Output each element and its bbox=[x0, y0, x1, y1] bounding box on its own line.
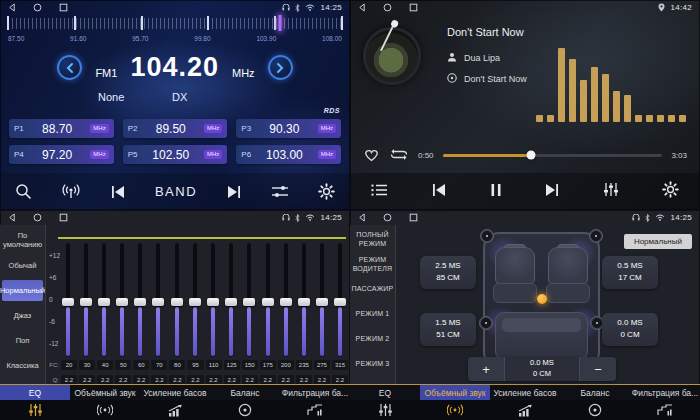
gear-icon[interactable] bbox=[318, 183, 335, 200]
filter-icon[interactable] bbox=[280, 400, 350, 420]
bass-boost-icon[interactable] bbox=[490, 400, 560, 420]
eq-band-slider[interactable] bbox=[61, 243, 74, 357]
slider-handle[interactable] bbox=[189, 298, 201, 306]
eq-preset-2[interactable]: Обычай bbox=[2, 255, 43, 276]
delay-rear-right[interactable]: 0.0 MS 0 CM bbox=[602, 313, 658, 346]
slider-handle[interactable] bbox=[62, 298, 74, 306]
slider-handle[interactable] bbox=[152, 298, 164, 306]
eq-sliders-icon[interactable] bbox=[350, 400, 420, 420]
listening-position-dot[interactable] bbox=[537, 294, 547, 304]
listening-mode-3[interactable]: ПАССАЖИР bbox=[352, 279, 393, 300]
search-icon[interactable] bbox=[15, 183, 32, 200]
slider-handle[interactable] bbox=[298, 298, 310, 306]
eq-band-slider[interactable] bbox=[170, 243, 183, 357]
eq-band-slider[interactable] bbox=[225, 243, 238, 357]
playlist-icon[interactable] bbox=[371, 183, 388, 201]
tab-eq[interactable]: EQ bbox=[0, 385, 70, 400]
bass-boost-icon[interactable] bbox=[140, 400, 210, 420]
speaker-rear-left-icon[interactable] bbox=[479, 316, 493, 330]
delay-minus-button[interactable]: − bbox=[580, 357, 616, 381]
pause-icon[interactable] bbox=[490, 183, 502, 201]
slider-handle[interactable] bbox=[116, 298, 128, 306]
eq-band-slider[interactable] bbox=[188, 243, 201, 357]
balance-icon[interactable] bbox=[210, 400, 280, 420]
delay-front-left[interactable]: 2.5 MS 85 CM bbox=[420, 256, 476, 289]
listening-mode-5[interactable]: РЕЖИМ 2 bbox=[352, 329, 393, 350]
nav-back-icon[interactable] bbox=[358, 3, 366, 12]
eq-sliders-icon[interactable] bbox=[0, 400, 70, 420]
eq-band-slider[interactable] bbox=[261, 243, 274, 357]
eq-band-slider[interactable] bbox=[243, 243, 256, 357]
preset-button[interactable]: P6103.00MHz bbox=[236, 145, 341, 164]
tab-filter[interactable]: Фильтрация ба... bbox=[280, 385, 350, 400]
nav-recents-icon[interactable] bbox=[59, 3, 68, 12]
tab-bass-boost[interactable]: Усиление басов bbox=[140, 385, 210, 400]
listening-mode-6[interactable]: РЕЖИМ 3 bbox=[352, 354, 393, 375]
tune-up-button[interactable] bbox=[268, 55, 293, 80]
speaker-front-left-icon[interactable] bbox=[480, 229, 494, 243]
eq-band-slider[interactable] bbox=[152, 243, 165, 357]
nav-recents-icon[interactable] bbox=[409, 3, 418, 12]
eq-band-slider[interactable] bbox=[134, 243, 147, 357]
eq-band-slider[interactable] bbox=[79, 243, 92, 357]
nav-home-icon[interactable] bbox=[33, 213, 42, 222]
slider-handle[interactable] bbox=[80, 298, 92, 306]
frequency-scale[interactable]: 87.5091.6095.7099.80103.90108.00 bbox=[8, 18, 342, 44]
speaker-front-right-icon[interactable] bbox=[589, 229, 603, 243]
preset-button[interactable]: P289.50MHz bbox=[123, 119, 228, 138]
listening-mode-2[interactable]: РЕЖИМ ВОДИТЕЛЯ bbox=[352, 254, 393, 275]
tune-down-button[interactable] bbox=[57, 55, 82, 80]
eq-band-slider[interactable] bbox=[334, 243, 347, 357]
favorite-icon[interactable] bbox=[363, 147, 380, 164]
delay-rear-left[interactable]: 1.5 MS 51 CM bbox=[420, 313, 476, 346]
band-button[interactable]: BAND bbox=[155, 184, 197, 199]
eq-band-slider[interactable] bbox=[97, 243, 110, 357]
nav-back-icon[interactable] bbox=[8, 3, 16, 12]
tab-balance[interactable]: Баланс bbox=[210, 385, 280, 400]
eq-band-slider[interactable] bbox=[279, 243, 292, 357]
slider-handle[interactable] bbox=[316, 298, 328, 306]
eq-band-slider[interactable] bbox=[207, 243, 220, 357]
preset-button[interactable]: P5102.50MHz bbox=[123, 145, 228, 164]
slider-handle[interactable] bbox=[280, 298, 292, 306]
nav-home-icon[interactable] bbox=[33, 3, 42, 12]
tab-bass-boost[interactable]: Усиление басов bbox=[490, 385, 560, 400]
preset-button[interactable]: P390.30MHz bbox=[236, 119, 341, 138]
delay-plus-button[interactable]: + bbox=[468, 357, 504, 381]
slider-handle[interactable] bbox=[334, 298, 346, 306]
repeat-icon[interactable] bbox=[389, 147, 409, 164]
nav-back-icon[interactable] bbox=[358, 213, 366, 222]
eq-preset-1[interactable]: По умолчанию bbox=[2, 229, 43, 251]
tab-surround[interactable]: Объёмный звук bbox=[70, 385, 140, 400]
delay-front-right[interactable]: 0.5 MS 17 CM bbox=[602, 256, 658, 289]
eq-band-slider[interactable] bbox=[316, 243, 329, 357]
tab-eq[interactable]: EQ bbox=[350, 385, 420, 400]
tab-filter[interactable]: Фильтрация ба... bbox=[630, 385, 700, 400]
surround-icon[interactable] bbox=[420, 400, 490, 420]
tab-balance[interactable]: Баланс bbox=[560, 385, 630, 400]
slider-handle[interactable] bbox=[134, 298, 146, 306]
preset-button[interactable]: P497.20MHz bbox=[9, 145, 114, 164]
broadcast-icon[interactable] bbox=[61, 183, 81, 200]
preset-button[interactable]: P188.70MHz bbox=[9, 119, 114, 138]
listening-mode-4[interactable]: РЕЖИМ 1 bbox=[352, 304, 393, 325]
previous-icon[interactable] bbox=[431, 183, 447, 201]
next-icon[interactable] bbox=[226, 185, 242, 199]
nav-back-icon[interactable] bbox=[8, 213, 16, 222]
progress-thumb[interactable] bbox=[526, 151, 535, 160]
profile-button[interactable]: Нормальный bbox=[624, 234, 692, 249]
eq-band-slider[interactable] bbox=[116, 243, 129, 357]
progress-bar[interactable] bbox=[443, 154, 663, 157]
previous-icon[interactable] bbox=[110, 185, 126, 199]
slider-handle[interactable] bbox=[207, 298, 219, 306]
eq-preset-5[interactable]: Поп bbox=[2, 330, 43, 351]
nav-recents-icon[interactable] bbox=[59, 213, 68, 222]
eq-preset-3[interactable]: Нормальный bbox=[2, 280, 43, 301]
eq-preset-6[interactable]: Классика bbox=[2, 355, 43, 376]
eq-band-slider[interactable] bbox=[297, 243, 310, 357]
gear-icon[interactable] bbox=[662, 181, 679, 202]
nav-home-icon[interactable] bbox=[383, 213, 392, 222]
tune-sliders-icon[interactable] bbox=[271, 184, 289, 199]
tab-surround[interactable]: Объёмный звук bbox=[420, 385, 490, 400]
eq-preset-4[interactable]: Джаз bbox=[2, 305, 43, 326]
